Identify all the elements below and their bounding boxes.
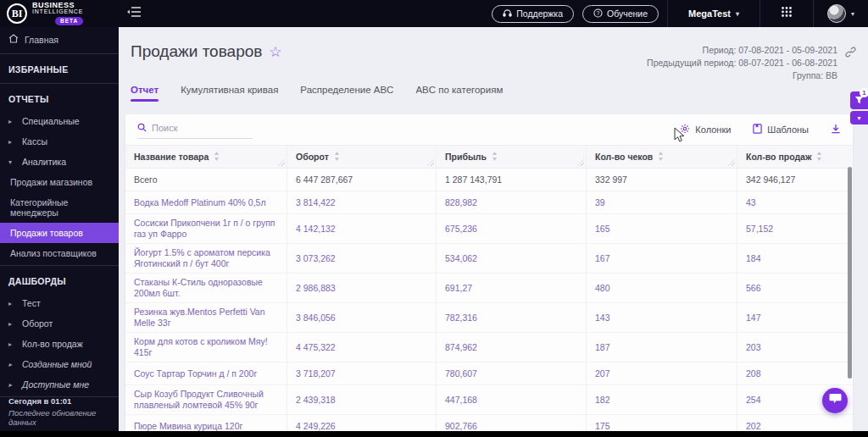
sidebar-item-available-to-me[interactable]: ▸ Доступные мне <box>0 374 119 395</box>
sort-icon[interactable] <box>658 152 664 163</box>
sales-cell: 43 <box>737 191 853 213</box>
table-row[interactable]: Водка Medoff Platinum 40% 0,5л 3 814,422… <box>125 191 853 214</box>
column-resize-handle[interactable] <box>278 159 285 166</box>
tab-abc-by-category[interactable]: ABC по категориям <box>415 85 503 102</box>
columns-label: Колонки <box>695 124 731 135</box>
sidebar-section-dashboards: ДАШБОРДЫ <box>0 268 119 293</box>
table-row[interactable]: Резинка жув.Mentos Perfetti Van Melle 33… <box>125 303 853 333</box>
product-name-link[interactable]: Сыр Козуб Продукт Сливочный плавленый ло… <box>125 385 287 414</box>
product-name-link[interactable]: Сосиски Прикопчени 1г п / о групп газ уп… <box>125 214 287 243</box>
dashboard-label: Доступные мне <box>22 379 89 390</box>
column-header-sales[interactable]: Кол-во продаж <box>737 146 853 168</box>
checks-cell: 165 <box>586 214 737 243</box>
table-row[interactable]: Сыр Козуб Продукт Сливочный плавленый ло… <box>125 385 853 415</box>
column-label: Кол-во продаж <box>746 152 811 162</box>
templates-label: Шаблоны <box>767 124 809 135</box>
column-header-name[interactable]: Название товара <box>125 146 287 168</box>
total-checks: 332 997 <box>586 169 737 191</box>
product-name-link[interactable]: Водка Medoff Platinum 40% 0,5л <box>125 191 287 213</box>
profit-cell: 447,168 <box>436 385 586 414</box>
user-menu[interactable]: ▾ <box>814 4 868 23</box>
column-resize-handle[interactable] <box>728 159 735 166</box>
table-row[interactable]: Корм для котов с кроликом Мяу! 415г 4 47… <box>125 333 853 362</box>
sidebar-item-created-by-me[interactable]: ▸ Созданные мной <box>0 354 119 374</box>
table-row[interactable]: Стаканы К-Стиль одноразовые 200мл 6шт. 2… <box>125 274 853 303</box>
share-link-icon[interactable] <box>845 46 856 61</box>
account-menu[interactable]: MegaTest ▾ <box>668 8 760 19</box>
apps-grid-button[interactable] <box>760 6 813 21</box>
table-row[interactable]: Йогурт 1.5% с ароматом персика Яготински… <box>125 244 853 274</box>
dashboard-label: Тест <box>22 298 41 308</box>
filter-count-badge: 1 <box>860 88 868 97</box>
chevron-right-icon: ▸ <box>8 361 14 368</box>
home-label: Главная <box>25 35 58 45</box>
support-button[interactable]: Поддержка <box>492 5 574 23</box>
account-name: MegaTest <box>688 8 731 19</box>
topbar: BI BUSINESS INTELLIGENCE BETA Поддержка … <box>0 0 868 27</box>
profit-cell: 691,27 <box>436 274 586 302</box>
table-row[interactable]: Соус Тартар Торчин д / п 200г 3 718,207 … <box>125 362 853 385</box>
user-avatar <box>827 4 846 23</box>
turnover-cell: 2 439,318 <box>287 385 436 414</box>
profit-cell: 534,062 <box>436 244 586 273</box>
column-header-turnover[interactable]: Оборот <box>287 146 436 168</box>
group-text: Группа: BB <box>647 69 837 82</box>
product-name-link[interactable]: Корм для котов с кроликом Мяу! 415г <box>125 333 287 362</box>
sidebar-item-category-managers[interactable]: Категорийные менеджеры <box>0 192 119 223</box>
sidebar-item-turnover[interactable]: ▸ Оборот <box>0 313 119 334</box>
columns-button[interactable]: Колонки <box>680 124 731 136</box>
total-profit: 1 287 143,791 <box>436 169 586 191</box>
turnover-cell: 3 846,056 <box>287 303 436 332</box>
training-button[interactable]: ? Обучение <box>582 5 659 23</box>
chevron-down-icon: ▾ <box>8 158 14 166</box>
group-label: Аналитика <box>22 157 66 167</box>
sales-cell: 184 <box>737 244 853 273</box>
column-resize-handle[interactable] <box>427 159 434 166</box>
sort-icon[interactable] <box>816 152 822 163</box>
favorite-star-icon[interactable]: ☆ <box>269 43 281 61</box>
logo-line2: INTELLIGENCE <box>32 8 83 15</box>
sidebar-group-analytics[interactable]: ▾ Аналитика <box>0 152 119 172</box>
table-row[interactable]: Сосиски Прикопчени 1г п / о групп газ уп… <box>125 214 853 244</box>
column-label: Прибыль <box>445 152 487 162</box>
sidebar-item-product-sales[interactable]: Продажи товаров <box>0 223 119 243</box>
menu-fold-icon[interactable] <box>127 6 141 21</box>
filters-button[interactable]: 1 <box>850 91 868 109</box>
tab-cumulative-curve[interactable]: Кумулятивная кривая <box>181 85 278 102</box>
table-scrollbar[interactable] <box>848 167 852 379</box>
sort-icon[interactable] <box>492 152 498 163</box>
templates-button[interactable]: Шаблоны <box>753 124 809 136</box>
app-logo[interactable]: BI BUSINESS INTELLIGENCE BETA <box>0 0 119 27</box>
dashboard-label: Кол-во продаж <box>22 339 83 349</box>
product-name-link[interactable]: Соус Тартар Торчин д / п 200г <box>125 362 287 384</box>
collapse-header-button[interactable]: ▾ <box>850 111 868 124</box>
turnover-cell: 3 073,262 <box>287 244 436 273</box>
download-button[interactable] <box>831 122 841 137</box>
tab-report[interactable]: Отчет <box>131 85 159 102</box>
sidebar-group-kassy[interactable]: ▸ Кассы <box>0 131 119 152</box>
sort-icon[interactable] <box>214 152 220 163</box>
checks-cell: 480 <box>586 274 737 302</box>
checks-cell: 143 <box>586 303 737 332</box>
column-header-profit[interactable]: Прибыль <box>436 146 586 168</box>
column-resize-handle[interactable] <box>577 159 584 166</box>
sidebar-item-sales-count[interactable]: ▸ Кол-во продаж <box>0 334 119 354</box>
column-header-checks[interactable]: Кол-во чеков <box>586 146 737 168</box>
search-input[interactable] <box>152 123 245 133</box>
tab-abc-distribution[interactable]: Распределение ABC <box>300 85 393 102</box>
sort-icon[interactable] <box>334 152 340 163</box>
product-name-link[interactable]: Йогурт 1.5% с ароматом персика Яготински… <box>125 244 287 273</box>
product-name-link[interactable]: Стаканы К-Стиль одноразовые 200мл 6шт. <box>125 274 287 302</box>
checks-cell: 187 <box>586 333 737 362</box>
sidebar-section-favorites[interactable]: ИЗБРАННЫЕ <box>0 56 119 81</box>
sidebar-item-test[interactable]: ▸ Тест <box>0 293 119 313</box>
sidebar-item-store-sales[interactable]: Продажи магазинов <box>0 172 119 192</box>
template-icon <box>753 124 762 136</box>
sidebar-item-home[interactable]: Главная <box>0 27 119 52</box>
chevron-right-icon: ▸ <box>8 118 14 125</box>
logo-line1: BUSINESS <box>32 2 83 8</box>
product-name-link[interactable]: Резинка жув.Mentos Perfetti Van Melle 33… <box>125 303 287 332</box>
sidebar-item-supplier-analysis[interactable]: Анализ поставщиков <box>0 243 119 263</box>
sidebar-group-special[interactable]: ▸ Специальные <box>0 111 119 131</box>
chat-button[interactable] <box>822 388 848 413</box>
